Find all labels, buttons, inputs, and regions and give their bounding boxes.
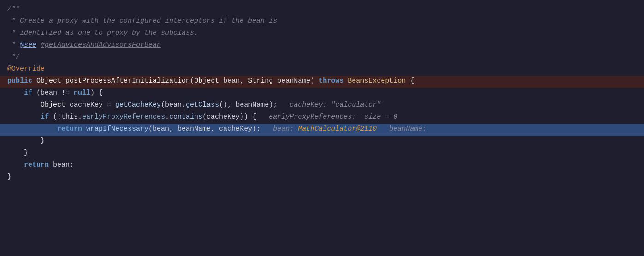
- annotation-token: @Override: [7, 64, 45, 75]
- plain-token: [343, 76, 348, 87]
- plain-token: [82, 124, 86, 135]
- code-line-10: if (!this.earlyProxyReferences.contains(…: [0, 112, 644, 124]
- plain-token: (bean !=: [32, 88, 74, 99]
- comment-token: /**: [7, 4, 20, 15]
- plain-token: {: [406, 76, 414, 87]
- plain-token: bean,: [219, 76, 248, 87]
- see-tag: @see: [20, 40, 36, 51]
- plain-token: (: [190, 76, 194, 87]
- plain-token: (cacheKey)) {: [202, 112, 256, 123]
- comment-token: *: [7, 40, 20, 51]
- code-line-11: return wrapIfNecessary(bean, beanName, c…: [0, 124, 644, 136]
- indent: [7, 88, 24, 99]
- keyword-throws: throws: [319, 76, 343, 87]
- inline-comment-bean: bean:: [273, 124, 298, 135]
- exception-class: BeansException: [348, 76, 406, 87]
- comment-token: * Create a proxy with the configured int…: [7, 16, 277, 27]
- keyword-if: if: [24, 88, 32, 99]
- plain-token: (), beanName);: [219, 100, 277, 111]
- spacer: [277, 100, 290, 111]
- comment-token: [36, 40, 41, 51]
- field-token: earlyProxyReferences: [82, 112, 165, 123]
- indent: [7, 148, 24, 159]
- plain-token: cacheKey =: [65, 100, 115, 111]
- keyword-if: if: [41, 112, 49, 123]
- brace: }: [24, 148, 28, 159]
- code-line-13: }: [0, 148, 644, 160]
- plain-token: .: [165, 112, 169, 123]
- comment-token: * identified as one to proxy by the subc…: [7, 28, 198, 39]
- keyword-public: public: [7, 76, 32, 87]
- indent: [7, 136, 41, 147]
- type-token: Object: [194, 76, 219, 87]
- method-call: getClass: [186, 100, 219, 111]
- code-line-15: }: [0, 172, 644, 184]
- inline-comment: cacheKey: "calculator": [290, 100, 381, 111]
- keyword-null: null: [74, 88, 90, 99]
- indent: [7, 100, 41, 111]
- code-line-7: public Object postProcessAfterInitializa…: [0, 76, 644, 88]
- code-line-4: * @see #getAdvicesAndAdvisorsForBean: [0, 40, 644, 52]
- code-line-14: return bean;: [0, 160, 644, 172]
- brace: }: [41, 136, 45, 147]
- type-token: Object: [41, 100, 65, 111]
- code-line-12: }: [0, 136, 644, 148]
- indent: [7, 124, 57, 135]
- spacer: [256, 112, 269, 123]
- inline-value-mathcalc: MathCalculator@2110: [298, 124, 377, 135]
- code-line-2: * Create a proxy with the configured int…: [0, 16, 644, 28]
- method-call: contains: [169, 112, 202, 123]
- see-reference: #getAdvicesAndAdvisorsForBean: [41, 40, 161, 51]
- plain-token: ) {: [90, 88, 103, 99]
- code-line-6: @Override: [0, 64, 644, 76]
- code-line-9: Object cacheKey = getCacheKey(bean.getCl…: [0, 100, 644, 112]
- plain-token: [32, 76, 36, 87]
- type-token: String: [248, 76, 273, 87]
- indent: [7, 160, 24, 171]
- method-call: getCacheKey: [115, 100, 161, 111]
- plain-token: (bean, beanName, cacheKey);: [148, 124, 260, 135]
- inline-comment: earlyProxyReferences: size = 0: [269, 112, 397, 123]
- method-name: postProcessAfterInitialization: [65, 76, 190, 87]
- code-line-8: if (bean != null) {: [0, 88, 644, 100]
- plain-token: bean;: [49, 160, 74, 171]
- keyword-return: return: [24, 160, 49, 171]
- plain-token: (!this.: [49, 112, 82, 123]
- keyword-return: return: [57, 124, 82, 135]
- inline-comment-beanname: beanName:: [377, 124, 426, 135]
- code-editor: /** * Create a proxy with the configured…: [0, 0, 644, 256]
- plain-token: [61, 76, 65, 87]
- plain-token: beanName): [273, 76, 319, 87]
- plain-token: (bean.: [161, 100, 186, 111]
- code-line-3: * identified as one to proxy by the subc…: [0, 28, 644, 40]
- code-line-1: /**: [0, 4, 644, 16]
- indent: [7, 112, 41, 123]
- spacer: [260, 124, 273, 135]
- type-token: Object: [36, 76, 61, 87]
- comment-token: */: [7, 52, 20, 63]
- brace: }: [7, 172, 12, 183]
- code-line-5: */: [0, 52, 644, 64]
- method-call: wrapIfNecessary: [86, 124, 148, 135]
